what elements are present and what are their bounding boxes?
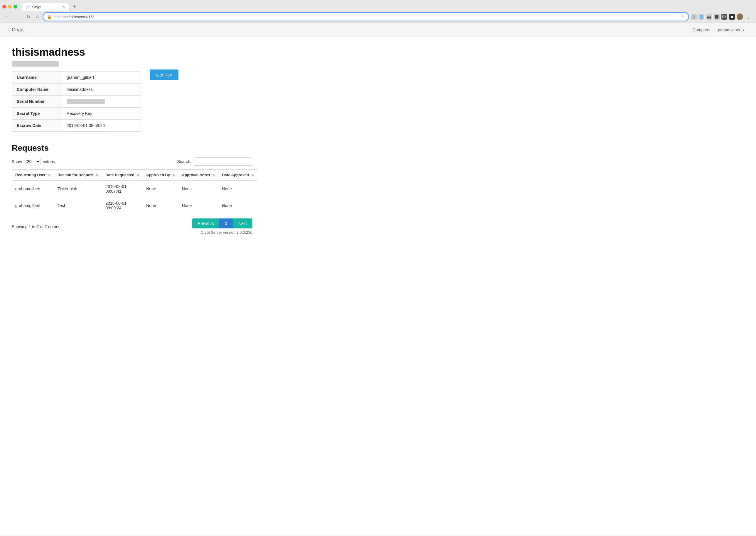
table-row: grahamgilbert Test 2016-08-01 09:09:24 N…: [12, 197, 257, 214]
bookmark-icon[interactable]: ☆: [681, 15, 685, 19]
table-row: grahamgilbert Ticket blah 2016-08-01 09:…: [12, 180, 257, 197]
cell-requesting-user: grahamgilbert: [12, 180, 54, 197]
value-username: graham_gilbert: [62, 72, 141, 84]
app-title: Crypt: [12, 27, 24, 33]
version-text: Crypt Server version 3.0.0.230: [201, 230, 252, 235]
tab-page-icon: 📄: [26, 5, 30, 9]
label-escrow-date: Escrow Date: [12, 119, 62, 132]
cell-approval-notes: None: [178, 180, 219, 197]
label-username: Username: [12, 72, 62, 84]
user-menu[interactable]: grahamgilbert ▾: [716, 28, 744, 32]
requests-section: Requests Show 20 10 50 100 entries Searc…: [12, 143, 252, 235]
window-controls: [2, 5, 17, 9]
col-approval-notes[interactable]: Approval Notes ⇅: [178, 169, 219, 180]
window-maximize-button[interactable]: [14, 5, 17, 9]
cell-date-requested: 2016-08-01 09:07:41: [102, 180, 143, 197]
value-serial-number: [62, 96, 141, 108]
username-label: grahamgilbert: [716, 28, 741, 32]
url-secure-icon: 🔒: [47, 15, 52, 19]
label-serial-number: Serial Number: [12, 96, 62, 108]
table-row: Escrow Date 2016-08-01 08:58:26: [12, 119, 141, 132]
col-date-approved[interactable]: Date Approved ⇅: [218, 169, 257, 180]
sort-icon-approved-by: ⇅: [172, 173, 175, 177]
cell-date-requested: 2016-08-01 09:09:24: [102, 197, 143, 214]
browser-extension-icons: 🛡 🌐 📷 ⬛ RX ◼ ⋮: [691, 13, 752, 20]
col-requesting-user[interactable]: Requesting User ⇅: [12, 169, 54, 180]
extension-icon-2[interactable]: ⬛: [714, 14, 720, 20]
get-key-button[interactable]: Get Key: [150, 70, 178, 80]
main-content: thisismadness Username graham_gilbert Co…: [0, 37, 264, 246]
back-button[interactable]: ←: [4, 14, 12, 20]
col-approved-by[interactable]: Approved By ⇅: [143, 169, 178, 180]
search-input[interactable]: [194, 157, 252, 166]
tab-title: Crypt: [32, 5, 41, 9]
refresh-button[interactable]: ↻: [25, 14, 32, 20]
table-row: Computer Name thisismadness: [12, 84, 141, 96]
user-avatar[interactable]: [737, 14, 743, 20]
next-button[interactable]: Next: [233, 218, 252, 228]
pagination: Previous 1 Next: [192, 218, 252, 228]
cell-date-approved: None: [218, 180, 257, 197]
url-bar[interactable]: 🔒 localhost/info/secret/16/ ☆: [43, 13, 689, 21]
col-date-requested[interactable]: Date Requested ⇅: [102, 169, 143, 180]
cell-date-approved: None: [218, 197, 257, 214]
window-minimize-button[interactable]: [8, 5, 12, 9]
camera-icon[interactable]: 📷: [706, 14, 712, 20]
browser-tab[interactable]: 📄 Crypt ✕: [22, 3, 69, 11]
sort-icon-approval-notes: ⇅: [212, 173, 215, 177]
value-escrow-date: 2016-08-01 08:58:26: [62, 119, 141, 132]
entries-label: entries: [43, 159, 55, 164]
sort-icon-date-requested: ⇅: [136, 173, 139, 177]
page-wrapper: Crypt Computer grahamgilbert ▾ thisismad…: [0, 23, 756, 535]
search-area: Search:: [177, 157, 252, 166]
cell-reason: Ticket blah: [54, 180, 102, 197]
tab-bar: 📄 Crypt ✕ +: [0, 0, 756, 11]
value-computer-name: thisismadness: [62, 84, 141, 96]
user-dropdown-arrow: ▾: [743, 28, 744, 32]
search-label: Search:: [177, 159, 191, 164]
previous-button[interactable]: Previous: [192, 218, 219, 228]
show-entries-control: Show 20 10 50 100 entries: [12, 158, 55, 165]
page-number-button[interactable]: 1: [219, 218, 233, 228]
cell-approved-by: None: [143, 197, 178, 214]
secret-info-table: Username graham_gilbert Computer Name th…: [12, 71, 141, 132]
extension-icon-3[interactable]: RX: [721, 14, 727, 20]
browser-menu-button[interactable]: ⋮: [745, 13, 752, 20]
cell-requesting-user: grahamgilbert: [12, 197, 54, 214]
new-tab-button[interactable]: +: [71, 2, 79, 11]
value-secret-type: Recovery Key: [62, 108, 141, 119]
address-bar: ← → ↻ ⌂ 🔒 localhost/info/secret/16/ ☆ 🛡 …: [0, 11, 756, 22]
info-section: Username graham_gilbert Computer Name th…: [12, 67, 252, 132]
tab-close-icon[interactable]: ✕: [62, 5, 65, 9]
forward-button[interactable]: →: [14, 14, 22, 20]
footer-right: Previous 1 Next Crypt Server version 3.0…: [192, 218, 252, 235]
secret-heading: thisismadness: [12, 46, 252, 58]
showing-text: Showing 1 to 2 of 2 entries: [12, 224, 60, 229]
sort-icon-date-approved: ⇅: [251, 173, 254, 177]
extension-icon-4[interactable]: ◼: [729, 14, 735, 20]
extension-icon-1[interactable]: 🌐: [699, 14, 704, 20]
cell-approved-by: None: [143, 180, 178, 197]
sort-icon-requesting-user: ⇅: [48, 173, 51, 177]
table-row: Serial Number: [12, 96, 141, 108]
serial-redacted: [67, 99, 105, 104]
show-label: Show: [12, 159, 22, 164]
table-row: Username graham_gilbert: [12, 72, 141, 84]
url-text: localhost/info/secret/16/: [54, 15, 679, 19]
app-header: Crypt Computer grahamgilbert ▾: [0, 23, 756, 37]
browser-chrome: 📄 Crypt ✕ + ← → ↻ ⌂ 🔒 localhost/info/sec…: [0, 0, 756, 23]
requests-heading: Requests: [12, 143, 252, 153]
computer-nav-link[interactable]: Computer: [693, 28, 710, 32]
cell-approval-notes: None: [178, 197, 219, 214]
table-row: Secret Type Recovery Key: [12, 108, 141, 119]
window-close-button[interactable]: [2, 5, 6, 9]
table-header-row: Requesting User ⇅ Reason for Request ⇅ D…: [12, 169, 257, 180]
cell-reason: Test: [54, 197, 102, 214]
table-footer: Showing 1 to 2 of 2 entries Previous 1 N…: [12, 218, 252, 235]
home-button[interactable]: ⌂: [34, 14, 41, 20]
pocket-icon[interactable]: 🛡: [691, 14, 697, 20]
col-reason[interactable]: Reason for Request ⇅: [54, 169, 102, 180]
entries-select[interactable]: 20 10 50 100: [24, 158, 41, 165]
redacted-key-display: [12, 61, 59, 67]
header-right: Computer grahamgilbert ▾: [693, 28, 744, 32]
